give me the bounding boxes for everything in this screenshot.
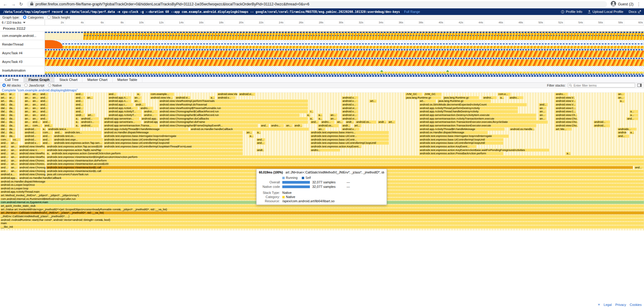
flame-node[interactable]: android.app.A... (108, 96, 131, 99)
flame-node[interactable]: androi... (143, 114, 158, 117)
flame-node[interactable]: android.vi... (342, 114, 358, 117)
flame-node[interactable]: android.view.V... (555, 96, 575, 99)
flame-node[interactable]: a... (629, 110, 638, 113)
flame-node[interactable]: dal... (0, 135, 8, 138)
flame-node[interactable]: android.v... (342, 99, 358, 103)
flame-node[interactable]: and... (108, 93, 117, 96)
flame-node[interactable]: a... (75, 124, 79, 127)
flame-node[interactable]: android.os.Handler.dispatchMessage (103, 131, 243, 134)
flame-node[interactable]: android.os.Handler.dispatchMessage (419, 131, 488, 134)
flame-node[interactable]: a... (256, 131, 261, 134)
flame-node[interactable]: android.v... (342, 128, 360, 131)
flame-node[interactable]: androidx.test.espresso.action.Tap$1.send… (46, 149, 243, 152)
flame-node[interactable]: androidx.test.espresso.base.UiContr... (310, 138, 389, 141)
flame-node[interactable]: main (0, 222, 644, 225)
flame-node[interactable]: art... (0, 99, 8, 103)
flame-node[interactable]: andr... (75, 114, 85, 117)
flame-node[interactable]: android.view.Vie... (150, 96, 173, 99)
flame-node[interactable]: an... (10, 141, 18, 145)
flame-node[interactable]: da... (8, 103, 16, 106)
flame-node[interactable]: an... (32, 93, 39, 96)
flame-node[interactable]: an... (336, 120, 343, 124)
breadcrumb[interactable]: Complete “com.example.android.displaying… (2, 88, 78, 92)
flame-node[interactable]: ar... (8, 93, 16, 96)
flame-node[interactable]: an... (24, 96, 31, 99)
flame-node[interactable]: an... (134, 99, 141, 103)
flame-node[interactable]: and... (40, 103, 49, 106)
docs-link[interactable]: Docs (629, 10, 641, 13)
flame-node[interactable]: dal... (0, 131, 8, 134)
flame-node[interactable]: android.view.ViewRo... (19, 155, 46, 159)
flame-node[interactable]: and... (40, 110, 49, 113)
flame-node[interactable]: and... (40, 114, 49, 117)
process-header[interactable]: Process 31112 (0, 25, 644, 31)
flame-node[interactable]: andr... (135, 103, 146, 106)
flame-node[interactable]: and... (0, 159, 9, 162)
flame-node[interactable]: dal... (0, 110, 8, 113)
flame-node[interactable]: android.view.ViewRootImpl.performTravers… (159, 99, 308, 103)
flame-node[interactable]: androidx.test.espr... (53, 138, 103, 141)
flame-node[interactable]: android.v... (342, 103, 358, 106)
track-graph-insetsanimation[interactable] (45, 66, 644, 75)
track-label-asynctask4[interactable]: AsyncTask #4 (0, 49, 45, 57)
flame-node[interactable]: androidx.test.espresso.action.GeneralCli… (51, 152, 243, 155)
flame-node[interactable]: androidx.test.espresso.base.Interro... (310, 131, 389, 134)
flame-node[interactable]: and... (310, 120, 319, 124)
flame-node[interactable]: and... (260, 124, 269, 127)
flame-node[interactable]: an... (10, 166, 18, 169)
flame-node[interactable]: ar... (8, 96, 16, 99)
flame-node[interactable]: an... (10, 155, 18, 159)
flame-node[interactable]: androidx.test.espresso.ViewInteraction.d… (46, 159, 644, 162)
flame-node[interactable]: an... (285, 124, 292, 127)
flame-node[interactable]: android.app.servertransaction.Transa... (103, 124, 158, 127)
flame-node[interactable]: android.app.servertransaction.DestroyAct… (419, 114, 536, 117)
flame-node[interactable]: android.view.Choreographer.doCallbacks (159, 117, 308, 120)
privacy-link[interactable]: Privacy (615, 303, 626, 307)
flame-node[interactable]: an... (24, 120, 31, 124)
flame-node[interactable]: android.view.Ch... (555, 114, 577, 117)
flame-node[interactable]: andr... (256, 149, 264, 152)
flame-node[interactable]: androidx.test.espresso.base.UiContr... (310, 135, 389, 138)
tab-marker-table[interactable]: Marker Table (113, 77, 142, 82)
flame-node[interactable]: and... (75, 93, 84, 96)
flame-node[interactable]: JVM_GC (405, 93, 422, 96)
search-input[interactable] (568, 83, 635, 87)
profile-button[interactable]: Guest (2) (611, 1, 634, 7)
flame-node[interactable]: android.view.ViewRo... (19, 145, 46, 148)
flame-node[interactable]: dal... (0, 103, 8, 106)
flame-node[interactable]: dal... (0, 107, 8, 110)
flame-node[interactable]: and... (75, 110, 84, 113)
menu-icon[interactable]: ⋮ (637, 1, 641, 7)
flame-node[interactable]: a... (629, 114, 638, 117)
flame-node[interactable]: an... (24, 114, 31, 117)
flame-node[interactable]: a... (75, 117, 79, 120)
flame-node[interactable]: an... (246, 131, 252, 134)
track-graph-renderthread[interactable] (45, 40, 644, 49)
flame-node[interactable]: and... (42, 120, 51, 124)
track-label-asynctask3[interactable]: AsyncTask #3 (0, 58, 45, 66)
flame-node[interactable]: android.app... (141, 117, 158, 120)
flame-node[interactable]: and... (40, 117, 49, 120)
flame-node[interactable]: an... (24, 124, 31, 127)
flame-node[interactable]: and... (0, 162, 9, 166)
flame-node[interactable]: android.v... (342, 96, 358, 99)
flame-node[interactable]: an... (24, 107, 31, 110)
flame-node[interactable]: androidx.test.espresso.action.KeyEvent..… (419, 145, 476, 148)
track-graph-asynctask3[interactable] (45, 58, 644, 66)
flame-node[interactable]: android.view.Vie... (217, 93, 237, 96)
flame-node[interactable]: android.view.ViewRootImpl.doTraversal (159, 103, 308, 106)
flame-node[interactable]: an... (24, 93, 31, 96)
flame-node[interactable]: androidx.test.espresso.base.UiController… (103, 138, 243, 141)
flame-node[interactable]: dal... (0, 120, 8, 124)
flame-node[interactable]: java.lang.Runtime.gc (443, 96, 479, 99)
flame-node[interactable]: android.app.ActivityT... (108, 110, 141, 113)
flame-node[interactable]: andr... (294, 124, 303, 127)
flame-node[interactable]: an... (134, 96, 141, 99)
flame-node[interactable]: an... (617, 96, 625, 99)
flame-node[interactable]: and... (54, 131, 63, 134)
flame-node[interactable]: android.t... (80, 120, 99, 124)
flame-node[interactable]: and... (256, 141, 265, 145)
flame-node[interactable]: androidx.test.espresso.base.UiController… (419, 138, 503, 141)
flame-node[interactable]: and... (42, 138, 52, 141)
flame-node[interactable]: an... (318, 128, 325, 131)
